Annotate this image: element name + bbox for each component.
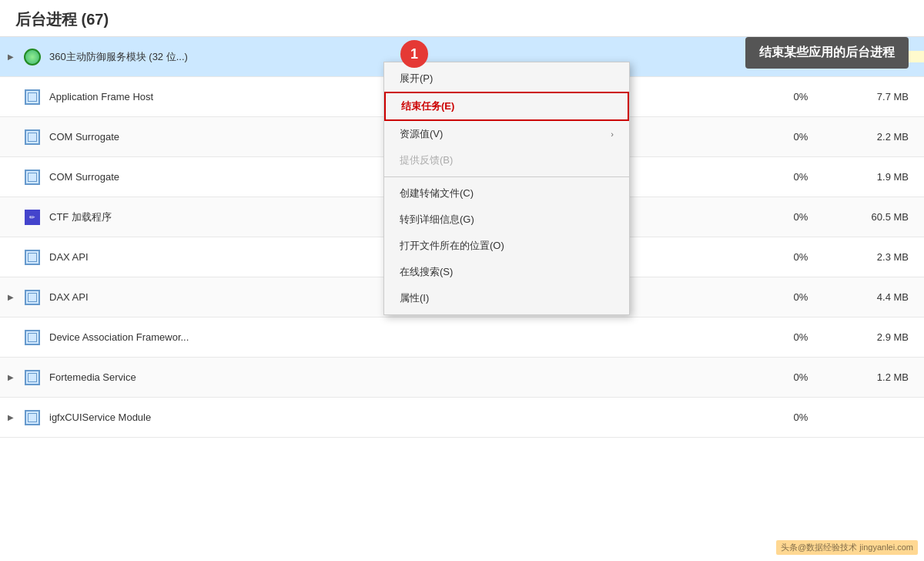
context-menu-item-search[interactable]: 在线搜索(S)	[384, 259, 629, 285]
cpu-value: 0%	[770, 211, 832, 223]
context-menu-item-resource[interactable]: 资源值(V) ›	[384, 121, 629, 147]
process-icon: ✏	[23, 208, 42, 227]
process-icon	[23, 288, 42, 307]
process-icon	[23, 128, 42, 146]
process-name: igfxCUIService Module	[49, 412, 770, 423]
context-menu-divider	[384, 176, 629, 177]
icon-square	[25, 410, 40, 425]
icon-square	[25, 290, 40, 305]
watermark: 头条@数据经验技术 jingyanlei.com	[776, 540, 918, 555]
memory-value: 4.4 MB	[832, 291, 924, 303]
context-menu-item-dump[interactable]: 创建转储文件(C)	[384, 180, 629, 207]
expand-icon[interactable]: ▶	[8, 293, 23, 301]
process-icon	[23, 168, 42, 186]
cpu-value: 0%	[770, 251, 832, 263]
section-header: 后台进程 (67)	[0, 0, 924, 37]
icon-square	[25, 370, 40, 385]
process-icon	[23, 88, 42, 106]
table-row[interactable]: Device Association Framewor... 0% 2.9 MB	[0, 317, 924, 358]
cpu-value: 0%	[770, 371, 832, 383]
context-menu-item-properties[interactable]: 属性(I)	[384, 285, 629, 311]
table-row[interactable]: ▶ igfxCUIService Module 0%	[0, 398, 924, 438]
icon-square	[25, 89, 40, 105]
context-menu-item-open-location[interactable]: 打开文件所在的位置(O)	[384, 233, 629, 259]
memory-value: 60.5 MB	[832, 211, 924, 223]
step-circle: 1	[400, 40, 428, 68]
table-row[interactable]: ▶ Fortemedia Service 0% 1.2 MB	[0, 358, 924, 398]
memory-value: 1.9 MB	[832, 171, 924, 183]
cpu-value: 0%	[770, 91, 832, 102]
cpu-value: 0%	[770, 131, 832, 143]
cpu-value: 0%	[770, 291, 832, 303]
tooltip-banner: 结束某些应用的后台进程	[745, 37, 909, 69]
cpu-value: 0%	[770, 331, 832, 343]
chevron-right-icon: ›	[611, 129, 614, 139]
process-icon	[23, 48, 42, 66]
icon-square	[25, 129, 40, 145]
icon-square	[25, 170, 40, 185]
process-icon	[23, 368, 42, 387]
expand-icon[interactable]: ▶	[8, 373, 23, 381]
process-icon	[23, 328, 42, 347]
process-icon	[23, 408, 42, 427]
cpu-value: 0%	[770, 412, 832, 423]
context-menu-item-expand[interactable]: 展开(P)	[384, 66, 629, 92]
context-menu-item-end-task[interactable]: 结束任务(E)	[384, 92, 629, 121]
memory-value: 1.2 MB	[832, 371, 924, 383]
process-name: Fortemedia Service	[49, 371, 770, 383]
expand-icon[interactable]: ▶	[8, 52, 23, 61]
icon-ctf: ✏	[25, 210, 40, 225]
context-menu-item-feedback: 提供反馈(B)	[384, 147, 629, 173]
section-title: 后台进程 (67)	[15, 11, 109, 28]
cpu-value: 0%	[770, 171, 832, 183]
process-icon	[23, 248, 42, 267]
memory-value: 2.3 MB	[832, 251, 924, 263]
expand-icon[interactable]: ▶	[8, 413, 23, 422]
memory-value: 7.7 MB	[832, 91, 924, 102]
icon-square	[25, 250, 40, 265]
task-manager: 后台进程 (67) 1 结束某些应用的后台进程 ▶ 360主动防御服务模块 (3…	[0, 0, 924, 561]
icon-360	[24, 49, 41, 66]
context-menu-item-details[interactable]: 转到详细信息(G)	[384, 207, 629, 233]
memory-value: 2.2 MB	[832, 131, 924, 143]
context-menu: 展开(P) 结束任务(E) 资源值(V) › 提供反馈(B) 创建转储文件(C)…	[383, 62, 630, 315]
memory-value: 2.9 MB	[832, 331, 924, 343]
process-name: Device Association Framewor...	[49, 331, 770, 343]
icon-square	[25, 330, 40, 345]
